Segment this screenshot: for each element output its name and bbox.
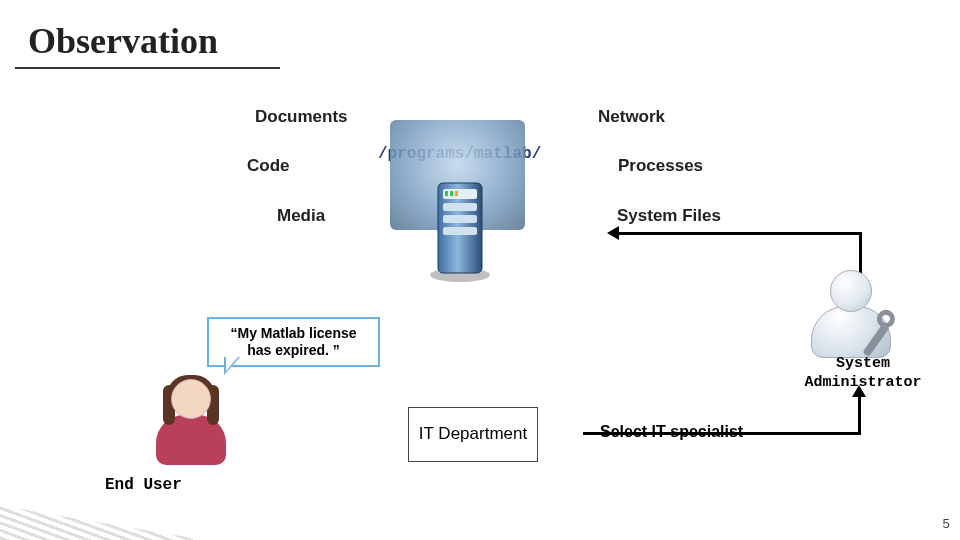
svg-rect-4 bbox=[443, 215, 477, 223]
svg-rect-8 bbox=[455, 191, 458, 196]
end-user-label: End User bbox=[105, 476, 182, 494]
label-documents: Documents bbox=[255, 107, 348, 127]
select-specialist-label: Select IT specialist bbox=[600, 423, 743, 441]
server-icon bbox=[425, 175, 495, 289]
svg-rect-5 bbox=[443, 227, 477, 235]
label-network: Network bbox=[598, 107, 665, 127]
label-code: Code bbox=[247, 156, 290, 176]
speech-bubble-tail-inner bbox=[226, 357, 238, 371]
svg-rect-6 bbox=[445, 191, 448, 196]
slide: Observation Documents Code Media Network… bbox=[0, 0, 960, 540]
slide-title: Observation bbox=[28, 20, 218, 62]
sysadmin-label: System Administrator bbox=[788, 355, 938, 393]
label-system-files: System Files bbox=[617, 206, 721, 226]
label-media: Media bbox=[277, 206, 325, 226]
arrow-sysfiles-to-admin-v bbox=[859, 232, 862, 275]
arrow-sysfiles-to-admin-h bbox=[617, 232, 862, 235]
svg-rect-3 bbox=[443, 203, 477, 211]
page-number: 5 bbox=[942, 517, 950, 532]
arrow-sysfiles-head bbox=[607, 226, 619, 240]
it-department-box: IT Department bbox=[408, 407, 538, 462]
label-processes: Processes bbox=[618, 156, 703, 176]
svg-rect-2 bbox=[443, 189, 477, 199]
svg-rect-7 bbox=[450, 191, 453, 196]
title-underline bbox=[15, 67, 280, 69]
arrow-select-v bbox=[858, 395, 861, 435]
